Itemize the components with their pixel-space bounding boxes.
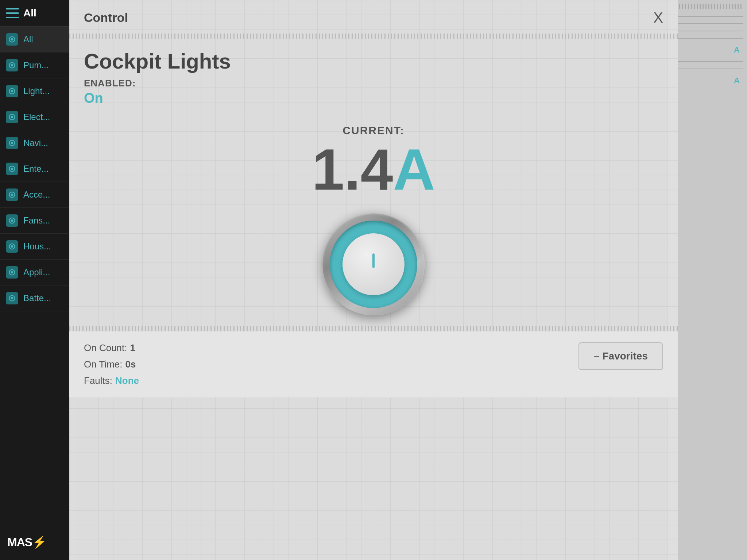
sidebar-icon-electrical	[6, 111, 18, 123]
sidebar-item-electrical[interactable]: Elect...	[0, 104, 77, 130]
sidebar-item-label-pumps: Pum...	[23, 60, 49, 70]
sidebar-item-house[interactable]: Hous...	[0, 234, 77, 260]
on-count-label: On Count:	[84, 342, 127, 354]
sidebar-icon-fans	[6, 214, 18, 227]
device-title: Cockpit Lights	[84, 49, 663, 73]
sidebar-icon-pumps	[6, 59, 18, 71]
power-button-ring	[330, 221, 417, 308]
sidebar-icon-entertainment	[6, 163, 18, 175]
sidebar-icon-lights	[6, 85, 18, 97]
sidebar-item-label-entertainment: Ente...	[23, 164, 49, 174]
current-section: CURRENT: 1.4A	[69, 117, 678, 210]
power-button[interactable]	[322, 213, 425, 315]
sidebar-item-label-fans: Fans...	[23, 215, 50, 226]
right-panel-lines: A A	[667, 12, 747, 560]
current-number: 1.4	[312, 137, 393, 202]
on-time-value: 0s	[125, 359, 136, 370]
sidebar-icon-all	[6, 33, 18, 46]
current-label: CURRENT:	[342, 124, 404, 137]
sidebar-item-fans[interactable]: Fans...	[0, 208, 77, 234]
sidebar-item-label-appliances: Appli...	[23, 267, 50, 277]
right-panel-line	[670, 16, 743, 17]
sidebar-item-label-accessories: Acce...	[23, 190, 50, 200]
enabled-label: ENABLED:	[84, 78, 663, 89]
stat-row-on-time: On Time: 0s	[84, 359, 139, 370]
favorites-button[interactable]: – Favorites	[578, 342, 663, 370]
top-dot-separator	[69, 34, 678, 39]
sidebar-item-navigation[interactable]: Navi...	[0, 130, 77, 156]
sidebar-item-label-navigation: Navi...	[23, 138, 48, 148]
enabled-value: On	[84, 90, 663, 106]
sidebar-icon-navigation	[6, 137, 18, 149]
sidebar-item-label-electrical: Elect...	[23, 112, 50, 122]
sidebar-item-label-all: All	[23, 34, 33, 44]
sidebar-item-appliances[interactable]: Appli...	[0, 260, 77, 285]
sidebar-icon-batteries	[6, 292, 18, 304]
right-panel: A A	[667, 0, 747, 560]
right-panel-line	[670, 61, 743, 62]
stat-row-on-count: On Count: 1	[84, 342, 139, 354]
sidebar-item-label-batteries: Batte...	[23, 293, 51, 303]
sidebar: All All Pum... Light... Elect... Navi...	[0, 0, 77, 560]
power-button-container	[69, 213, 678, 315]
stats-section: On Count: 1 On Time: 0s Faults: None – F…	[69, 331, 678, 397]
sidebar-item-lights[interactable]: Light...	[0, 78, 77, 104]
modal-header: Control X	[69, 0, 678, 34]
right-panel-line	[670, 31, 743, 31]
modal-panel: Control X Cockpit Lights ENABLED: On CUR…	[69, 0, 678, 560]
sidebar-item-batteries[interactable]: Batte...	[0, 285, 77, 311]
sidebar-icon-house	[6, 240, 18, 253]
sidebar-item-accessories[interactable]: Acce...	[0, 182, 77, 208]
modal-header-title: Control	[84, 11, 128, 25]
sidebar-icon-appliances	[6, 266, 18, 279]
sidebar-header[interactable]: All	[0, 0, 77, 27]
sidebar-item-pumps[interactable]: Pum...	[0, 52, 77, 78]
stat-row-faults: Faults: None	[84, 375, 139, 386]
right-panel-line	[670, 69, 743, 69]
stats-left: On Count: 1 On Time: 0s Faults: None	[84, 342, 139, 386]
svg-rect-11	[372, 253, 375, 268]
right-panel-value-2: A	[670, 76, 743, 85]
sidebar-all-label: All	[23, 7, 36, 19]
app-logo: MAS⚡	[7, 535, 46, 549]
on-count-value: 1	[130, 342, 135, 354]
sidebar-icon-accessories	[6, 188, 18, 201]
sidebar-item-entertainment[interactable]: Ente...	[0, 156, 77, 182]
sidebar-item-all[interactable]: All	[0, 27, 77, 52]
faults-label: Faults:	[84, 375, 112, 386]
bottom-dot-separator	[69, 326, 678, 331]
right-panel-dots	[670, 4, 743, 9]
device-section: Cockpit Lights ENABLED: On	[69, 49, 678, 117]
right-panel-line	[670, 23, 743, 24]
on-time-label: On Time:	[84, 359, 122, 370]
faults-value[interactable]: None	[115, 375, 139, 386]
right-panel-line	[670, 38, 743, 39]
current-value: 1.4A	[312, 140, 435, 199]
menu-icon	[6, 8, 19, 18]
right-panel-value-1: A	[670, 45, 743, 55]
sidebar-item-label-lights: Light...	[23, 86, 50, 96]
power-button-inner	[342, 233, 405, 295]
modal-overlay: Control X Cockpit Lights ENABLED: On CUR…	[69, 0, 678, 560]
modal-close-button[interactable]: X	[653, 10, 663, 25]
power-icon	[364, 252, 383, 277]
modal-content: Control X Cockpit Lights ENABLED: On CUR…	[69, 0, 678, 397]
current-unit: A	[393, 137, 435, 202]
sidebar-item-label-house: Hous...	[23, 241, 51, 252]
